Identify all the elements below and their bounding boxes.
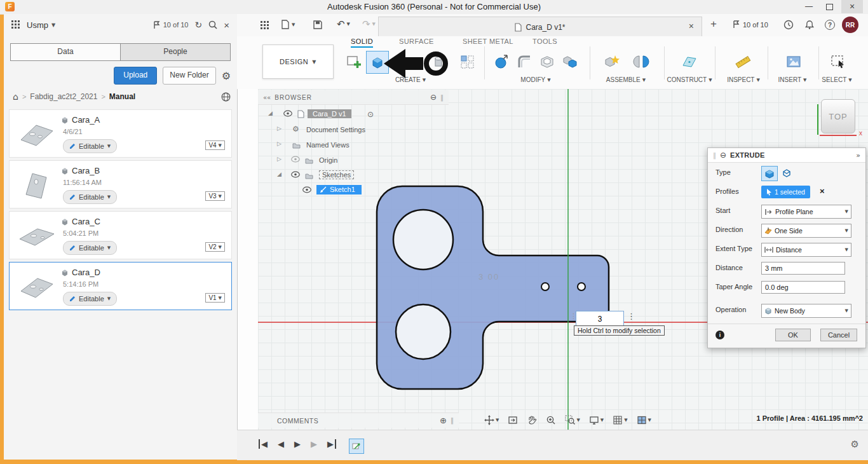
item-card-cara-d[interactable]: Cara_D 5:14:16 PM Editable ▼ V1 ▼ [9,262,232,310]
status-dropdown[interactable]: Editable ▼ [63,139,117,153]
comments-bar[interactable]: COMMENTS ⊕ ‖ [258,413,459,428]
app-grid-icon[interactable] [11,20,20,29]
nav-pan-hand[interactable] [527,415,537,425]
timeline-go-start[interactable]: ◀ [259,439,268,449]
visibility-icon[interactable] [291,171,300,178]
timeline-go-end[interactable]: ▶ [327,439,336,449]
profile-hole-small-right[interactable] [578,283,585,290]
nav-pan[interactable]: ▼ [484,415,499,425]
upload-button[interactable]: Upload [114,67,157,85]
expand-icon[interactable]: ▷ [277,156,281,162]
item-name[interactable]: Cara_D [72,268,100,277]
sketch-dimension-label[interactable]: 3 00 [478,272,499,282]
operation-dropdown[interactable]: New Body ▼ [761,304,851,318]
version-badge[interactable]: V3 ▼ [205,191,225,201]
tab-surface[interactable]: SURFACE [399,38,434,46]
timeline-sketch-feature[interactable] [349,439,364,454]
tool-create-sketch[interactable] [343,51,365,72]
tool-press-pull[interactable] [491,51,512,72]
version-badge[interactable]: V4 ▼ [205,140,225,150]
start-dropdown[interactable]: Profile Plane ▼ [761,205,851,219]
job-status[interactable]: 10 of 10 [153,21,189,29]
tool-new-component[interactable] [600,51,622,72]
tab-solid[interactable]: SOLID [351,38,373,48]
collapse-icon[interactable]: ◢ [268,110,273,116]
tool-insert-canvas[interactable] [783,51,804,72]
new-tab-button[interactable]: + [710,18,717,31]
ok-button[interactable]: OK [775,329,811,341]
distance-inline-input[interactable] [576,311,624,327]
team-selector[interactable]: Usmp ▼ [27,20,55,30]
timeline-step-forward[interactable]: ▶ [311,439,317,449]
add-comment-icon[interactable]: ⊕ [440,416,447,425]
maximize-button[interactable] [820,0,839,13]
app-grid-icon[interactable] [261,21,269,30]
extent-type-dropdown[interactable]: Distance ▼ [761,243,851,257]
panel-settings-gear-icon[interactable]: ⚙ [222,70,231,82]
save-icon[interactable] [313,20,322,29]
browser-root-label[interactable]: Cara_D v1 [308,109,351,118]
tool-joint[interactable] [630,51,652,72]
tool-shell[interactable] [536,51,558,72]
item-name[interactable]: Cara_A [72,115,100,125]
close-tab-icon[interactable]: × [689,21,694,31]
info-icon[interactable]: i [715,331,724,339]
extrude-dialog-header[interactable]: ‖ ⊖ EXTRUDE » [708,148,865,163]
direction-dropdown[interactable]: One Side ▼ [761,224,851,238]
minimize-browser-icon[interactable]: ⊖ [430,93,437,102]
extrude-dialog[interactable]: ‖ ⊖ EXTRUDE » Type Profiles 1 selected ×… [707,147,866,348]
type-thin-extrude-option[interactable] [779,166,794,180]
visibility-icon[interactable] [283,110,292,117]
inspect-group-menu[interactable]: INSPECT▼ [727,76,760,83]
viewcube[interactable]: TOP [821,99,855,133]
type-extrude-option[interactable] [761,166,778,181]
refresh-icon[interactable]: ↻ [195,20,203,30]
panel-grip[interactable]: ‖ [451,417,454,424]
collapse-dialog-icon[interactable]: ⊖ [720,151,726,160]
item-name[interactable]: Cara_C [72,217,100,226]
new-folder-button[interactable]: New Folder [163,67,215,85]
tool-measure[interactable] [732,51,754,72]
tab-tools[interactable]: TOOLS [532,38,557,46]
profile-hole-small-left[interactable] [541,283,549,290]
nav-zoom-window[interactable]: ▼ [565,415,580,425]
expand-icon[interactable]: ▷ [277,125,281,132]
notification-bell-icon[interactable] [804,20,815,30]
cancel-button[interactable]: Cancel [820,329,857,341]
tab-sheet-metal[interactable]: SHEET METAL [463,38,513,46]
tool-construct-plane[interactable] [679,51,700,72]
more-options-icon[interactable]: ⋮ [627,311,635,321]
home-icon[interactable]: ⌂ [13,92,18,102]
profile-hole-large-top[interactable] [393,210,453,270]
modify-group-menu[interactable]: MODIFY▼ [520,76,550,83]
clock-icon[interactable] [783,20,794,30]
timeline-play[interactable]: ▶ [294,439,301,449]
collapse-panel-icon[interactable]: «« [263,94,271,101]
clear-selection-icon[interactable]: × [820,187,825,195]
tab-data[interactable]: Data [10,43,121,61]
activate-component-icon[interactable]: ⊙ [367,110,374,119]
tab-people[interactable]: People [121,43,231,61]
nav-grid-settings[interactable]: ▼ [613,415,627,425]
status-dropdown[interactable]: Editable ▼ [63,241,117,255]
tool-fillet[interactable] [513,51,535,72]
file-menu[interactable]: ▼ [281,20,295,29]
help-icon[interactable]: ? [825,20,835,30]
tool-combine[interactable] [559,51,581,72]
nav-viewports[interactable]: ▼ [637,415,651,425]
expand-icon[interactable]: ▷ [277,140,281,147]
browser-node-sketches[interactable]: ◢ Sketches [258,169,449,183]
select-group-menu[interactable]: SELECT▼ [822,76,851,83]
version-badge[interactable]: V1 ▼ [205,293,225,303]
close-panel-icon[interactable]: × [224,20,229,31]
browser-node-document-settings[interactable]: ▷ ⚙ Document Settings [258,123,449,137]
item-card-cara-a[interactable]: Cara_A 4/6/21 Editable ▼ V4 ▼ [9,109,232,158]
distance-input[interactable] [761,262,845,275]
globe-icon[interactable] [221,92,231,102]
taper-angle-input[interactable] [761,281,845,294]
redo-button[interactable]: ↷▼ [362,18,376,30]
nav-look-at[interactable] [508,415,518,425]
undo-button[interactable]: ↶▼ [337,18,350,30]
browser-node-origin[interactable]: ▷ Origin [258,154,449,168]
item-card-cara-b[interactable]: Cara_B 11:56:14 AM Editable ▼ V3 ▼ [9,160,232,208]
